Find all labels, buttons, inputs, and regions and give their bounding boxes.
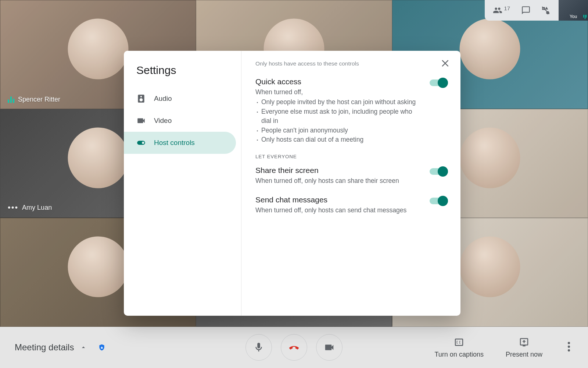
chat-title: Send chat messages [255, 195, 421, 204]
chat-toggle[interactable] [430, 198, 447, 204]
settings-title: Settings [124, 64, 241, 88]
quick-access-title: Quick access [255, 77, 421, 86]
close-button[interactable] [441, 58, 451, 70]
present-label: Present now [506, 351, 542, 358]
people-icon [493, 6, 502, 15]
settings-nav-host-controls[interactable]: Host controls [124, 132, 236, 154]
nav-video-label: Video [154, 117, 172, 125]
settings-dialog: Settings Audio Video Host controls Only … [124, 51, 460, 316]
close-icon [441, 58, 451, 68]
toggle-icon [136, 138, 146, 148]
self-view-label: You [570, 14, 577, 19]
leave-call-button[interactable] [281, 334, 307, 361]
mic-icon [253, 342, 264, 353]
present-icon [519, 337, 530, 348]
svg-point-1 [568, 346, 570, 348]
participant-avatar [68, 19, 128, 79]
more-dots-icon: ••• [8, 203, 18, 212]
hangup-icon [288, 342, 300, 353]
speaking-indicator-icon [583, 15, 587, 19]
shield-lock-icon [98, 344, 105, 351]
speaker-icon [136, 94, 146, 103]
captions-button[interactable]: Turn on captions [435, 337, 484, 358]
chat-description: When turned off, only hosts can send cha… [255, 206, 421, 215]
share-screen-title: Share their screen [255, 166, 421, 175]
shapes-strike-icon [541, 6, 551, 15]
participant-avatar [68, 128, 128, 188]
captions-label: Turn on captions [435, 351, 484, 358]
host-controls-hint: Only hosts have access to these controls [255, 60, 447, 67]
participant-name: Amy Luan [22, 204, 52, 212]
self-view-tile[interactable]: You [559, 0, 588, 21]
nav-host-label: Host controls [154, 139, 195, 147]
settings-sidebar: Settings Audio Video Host controls [124, 51, 241, 316]
nav-audio-label: Audio [154, 95, 172, 103]
call-controls [245, 334, 343, 361]
kebab-icon [567, 341, 570, 352]
let-everyone-label: LET EVERYONE [255, 154, 447, 159]
captions-icon [453, 337, 465, 348]
speaking-indicator-icon [8, 96, 14, 103]
share-screen-setting: Share their screen When turned off, only… [255, 166, 447, 185]
participant-label: ••• Amy Luan [8, 203, 52, 212]
participant-label: Spencer Ritter [8, 96, 60, 103]
settings-nav-audio[interactable]: Audio [124, 88, 236, 110]
participants-button[interactable]: 17 [493, 6, 511, 15]
camera-icon [324, 342, 335, 353]
camera-icon [136, 116, 146, 125]
toggle-camera-button[interactable] [316, 334, 343, 361]
meeting-details-label: Meeting details [15, 342, 74, 353]
chat-button[interactable] [521, 6, 531, 15]
svg-point-2 [568, 349, 570, 351]
share-screen-toggle[interactable] [430, 168, 447, 175]
participant-name: Spencer Ritter [18, 96, 60, 103]
bottom-bar: Meeting details Turn on captions Present… [0, 327, 588, 368]
meeting-details-button[interactable]: Meeting details [15, 342, 105, 353]
more-options-button[interactable] [564, 338, 573, 357]
settings-nav-video[interactable]: Video [124, 110, 236, 132]
top-right-panel: 17 [485, 0, 559, 21]
chat-icon [521, 6, 531, 15]
quick-access-toggle[interactable] [430, 79, 447, 86]
participant-count: 17 [504, 5, 510, 11]
share-screen-description: When turned off, only hosts can share th… [255, 176, 421, 185]
quick-access-description: When turned off, Only people invited by … [255, 88, 421, 144]
present-button[interactable]: Present now [506, 337, 542, 358]
chevron-up-icon [80, 344, 87, 351]
settings-content: Only hosts have access to these controls… [241, 51, 460, 316]
activities-disabled-button[interactable] [541, 6, 551, 15]
quick-access-setting: Quick access When turned off, Only peopl… [255, 77, 447, 144]
chat-setting: Send chat messages When turned off, only… [255, 195, 447, 215]
mute-mic-button[interactable] [245, 334, 272, 361]
svg-point-0 [568, 342, 570, 344]
